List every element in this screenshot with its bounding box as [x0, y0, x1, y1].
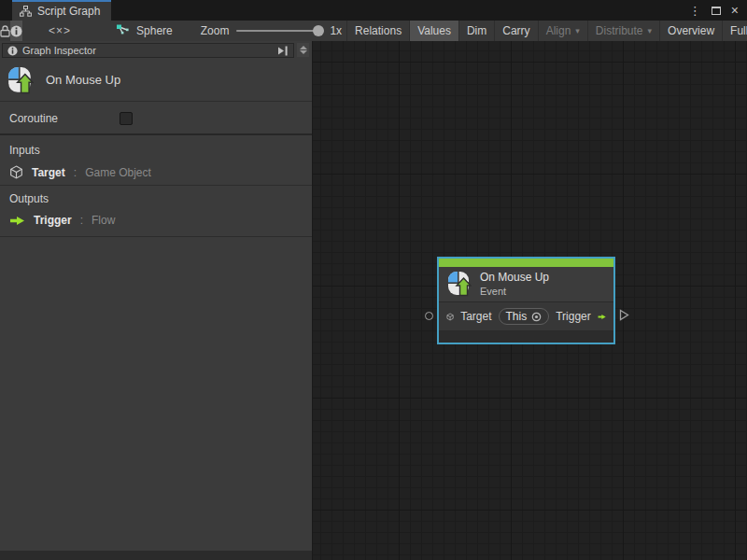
- object-picker-icon[interactable]: [531, 312, 542, 322]
- node-target-label: Target: [460, 310, 491, 323]
- node-output-port[interactable]: [619, 309, 629, 321]
- info-icon: [10, 25, 22, 37]
- coroutine-label: Coroutine: [9, 112, 120, 125]
- zoom-slider[interactable]: [236, 30, 322, 32]
- game-object-icon: [9, 165, 23, 179]
- scroll-down-icon[interactable]: [300, 50, 307, 54]
- overview-button[interactable]: Overview: [659, 21, 722, 41]
- type-separator: :: [74, 166, 77, 179]
- carry-button[interactable]: Carry: [494, 21, 537, 41]
- mouse-up-icon: [7, 66, 34, 94]
- dropdown-arrow-icon: ▾: [648, 26, 653, 35]
- graph-owner-reference[interactable]: Sphere: [110, 21, 178, 41]
- output-type: Flow: [92, 214, 115, 227]
- distribute-label: Distribute: [596, 24, 643, 37]
- inspector-bottom-strip: [0, 551, 313, 560]
- dim-button[interactable]: Dim: [458, 21, 494, 41]
- script-graph-icon: [20, 6, 32, 17]
- mouse-up-icon: [447, 271, 472, 297]
- output-row-trigger: Trigger : Flow: [9, 214, 303, 227]
- node-input-port[interactable]: [425, 312, 433, 320]
- graph-asset-icon: [116, 24, 130, 37]
- inputs-header: Inputs: [9, 144, 303, 157]
- window-controls: ⋮ ×: [689, 0, 747, 21]
- zoom-label: Zoom: [201, 24, 230, 37]
- flow-arrow-icon: [9, 216, 25, 226]
- target-value: This: [506, 310, 528, 323]
- node-titles: On Mouse Up Event: [480, 271, 549, 297]
- node-event-color-bar: [439, 259, 613, 267]
- lock-button[interactable]: [0, 21, 10, 41]
- node-header[interactable]: On Mouse Up Event: [439, 267, 613, 301]
- inspector-unit-title: On Mouse Up: [46, 73, 120, 87]
- dock-panel-icon[interactable]: [277, 46, 289, 56]
- outputs-section: Outputs Trigger : Flow: [0, 186, 312, 237]
- inputs-section: Inputs Target : Game Object: [0, 137, 312, 186]
- node-footer: [439, 331, 613, 343]
- info-icon: [7, 46, 18, 56]
- output-name: Trigger: [34, 214, 72, 227]
- graph-inspector-title: Graph Inspector: [22, 45, 96, 56]
- zoom-control: Zoom 1x: [201, 21, 342, 41]
- full-screen-label: Full Screen: [730, 24, 747, 37]
- game-object-icon: [446, 310, 454, 324]
- graph-inspector-panel: Graph Inspector On Mouse Up C: [0, 41, 313, 551]
- relations-label: Relations: [355, 24, 402, 37]
- overview-label: Overview: [668, 24, 714, 37]
- node-title: On Mouse Up: [480, 271, 549, 284]
- flow-arrow-icon: [598, 312, 606, 322]
- align-button[interactable]: Align▾: [538, 21, 587, 41]
- full-screen-button[interactable]: Full Screen: [722, 21, 747, 41]
- target-value-chip[interactable]: This: [499, 308, 550, 325]
- panel-scroll-spinner[interactable]: [297, 43, 309, 57]
- window-tab-bar: Script Graph ⋮ ×: [0, 0, 747, 21]
- coroutine-checkbox[interactable]: [120, 112, 133, 125]
- carry-label: Carry: [502, 24, 529, 37]
- node-subtitle: Event: [480, 286, 549, 297]
- type-separator: :: [80, 214, 83, 227]
- coroutine-row: Coroutine: [0, 103, 312, 135]
- outputs-header: Outputs: [9, 192, 303, 205]
- input-name: Target: [32, 166, 65, 179]
- code-preview-button[interactable]: <×>: [43, 21, 77, 41]
- zoom-value: 1x: [330, 24, 342, 37]
- close-icon[interactable]: ×: [731, 4, 739, 17]
- graph-inspector-header[interactable]: Graph Inspector: [2, 43, 294, 58]
- input-row-target: Target : Game Object: [9, 165, 303, 179]
- distribute-button[interactable]: Distribute▾: [587, 21, 659, 41]
- tab-label: Script Graph: [37, 5, 100, 18]
- maximize-icon[interactable]: [712, 7, 721, 15]
- graph-owner-label: Sphere: [136, 24, 173, 37]
- main-area: On Mouse Up Event Target This Trigger: [0, 41, 747, 560]
- inspector-unit-title-row: On Mouse Up: [0, 59, 312, 102]
- node-trigger-label: Trigger: [556, 310, 591, 323]
- view-buttons: Relations Values Dim Carry Align▾ Distri…: [346, 21, 747, 41]
- node-ports-row: Target This Trigger: [439, 301, 613, 331]
- dropdown-arrow-icon: ▾: [575, 26, 580, 35]
- align-label: Align: [546, 24, 571, 37]
- code-icon: <×>: [49, 24, 71, 37]
- graph-toolbar: <×> Sphere Zoom 1x Relations Values Dim …: [0, 21, 747, 41]
- inspector-toggle-button[interactable]: [10, 21, 22, 41]
- tab-script-graph[interactable]: Script Graph: [12, 0, 111, 21]
- on-mouse-up-node[interactable]: On Mouse Up Event Target This Trigger: [437, 257, 615, 344]
- relations-button[interactable]: Relations: [346, 21, 409, 41]
- values-button[interactable]: Values: [409, 21, 458, 41]
- scroll-up-icon[interactable]: [300, 46, 307, 49]
- zoom-slider-knob[interactable]: [313, 25, 324, 36]
- dim-label: Dim: [467, 24, 486, 37]
- values-label: Values: [417, 24, 451, 37]
- lock-icon: [0, 25, 10, 37]
- window-menu-icon[interactable]: ⋮: [689, 5, 701, 17]
- input-type: Game Object: [85, 166, 151, 179]
